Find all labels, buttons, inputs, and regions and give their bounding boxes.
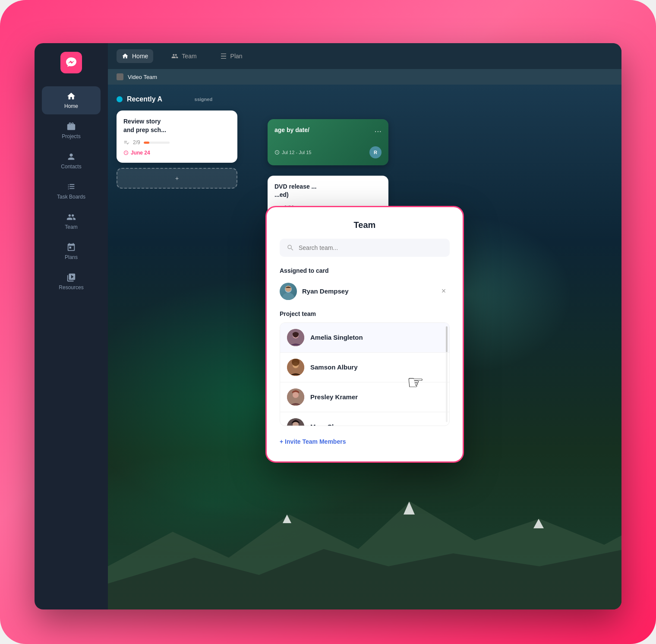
nav-plan-icon	[220, 53, 227, 60]
clock-icon	[123, 150, 129, 155]
contacts-icon	[66, 152, 76, 161]
resources-icon	[66, 273, 76, 282]
board-area: Recently Assigned ssigned Review storyan…	[108, 85, 621, 609]
nav-team-label: Team	[182, 53, 196, 60]
sidebar-item-contacts[interactable]: Contacts	[42, 147, 101, 175]
progress-fill	[144, 142, 149, 144]
project-team-label: Project team	[280, 310, 450, 317]
team-member-samson[interactable]: Samson Albury	[280, 353, 449, 382]
myra-avatar-image	[287, 418, 304, 426]
task-card-title: Review storyand prep sch...	[123, 117, 230, 134]
column-title-recently-assigned: Recently Assigned	[127, 95, 189, 103]
myra-avatar	[287, 418, 304, 426]
sidebar-item-home[interactable]: Home	[42, 86, 101, 114]
task-card-dark[interactable]: age by date/ ··· Jul 12 - Jul 15 R	[268, 119, 388, 165]
card-header: age by date/ ···	[274, 126, 382, 140]
main-content: Home Team Plan Video Team	[108, 43, 621, 609]
svg-point-1	[282, 293, 294, 300]
svg-point-9	[293, 392, 299, 398]
ryan-avatar-image	[280, 283, 297, 300]
top-navigation: Home Team Plan	[108, 43, 621, 69]
sidebar-label-team: Team	[65, 224, 77, 230]
sidebar-item-task-boards[interactable]: Task Boards	[42, 177, 101, 205]
task-boards-icon	[66, 182, 76, 192]
column-spacer	[244, 93, 261, 601]
presley-avatar	[287, 388, 304, 406]
add-task-button-col1[interactable]: +	[117, 168, 237, 189]
breadcrumb-bar: Video Team	[108, 69, 621, 85]
sidebar-label-contacts: Contacts	[61, 164, 81, 170]
dark-card-title: age by date/	[274, 126, 374, 135]
nav-item-home[interactable]: Home	[117, 49, 153, 63]
sidebar-label-home: Home	[64, 103, 78, 109]
amelia-avatar	[287, 329, 304, 346]
column-subtitle: ssigned	[195, 97, 213, 102]
invite-team-members-link[interactable]: + Invite Team Members	[280, 435, 450, 448]
sidebar-label-projects: Projects	[62, 133, 80, 139]
remove-ryan-button[interactable]: ×	[438, 285, 450, 297]
assigned-member-row: Ryan Dempsey ×	[280, 279, 450, 303]
sidebar-label-resources: Resources	[59, 284, 83, 290]
scrollbar-track	[446, 326, 448, 422]
samson-avatar-image	[287, 359, 304, 376]
plans-icon	[66, 243, 76, 252]
dark-card-date: Jul 12 - Jul 15	[274, 150, 311, 155]
chat-icon	[65, 56, 78, 69]
amelia-name: Amelia Singleton	[310, 334, 442, 341]
team-modal: Team Assigned to card	[265, 206, 464, 463]
sidebar-label-task-boards: Task Boards	[57, 194, 85, 200]
dots-menu[interactable]: ···	[374, 126, 382, 136]
app-logo[interactable]	[60, 52, 82, 73]
progress-text: 2/9	[133, 139, 140, 145]
nav-item-team[interactable]: Team	[166, 49, 202, 63]
dark-card-date-text: Jul 12 - Jul 15	[282, 150, 311, 155]
nav-plan-label: Plan	[230, 53, 243, 60]
column-recently-assigned: Recently Assigned ssigned Review storyan…	[117, 93, 237, 601]
add-task-label-col1: +	[175, 175, 179, 182]
progress-bar	[144, 142, 170, 144]
invite-label: + Invite Team Members	[280, 438, 346, 445]
checklist-icon	[123, 139, 129, 145]
svg-point-7	[292, 359, 300, 366]
sidebar-item-team[interactable]: Team	[42, 207, 101, 235]
team-member-amelia[interactable]: Amelia Singleton	[280, 323, 449, 353]
sidebar: Home Projects Contacts	[35, 43, 108, 609]
scrollbar-thumb[interactable]	[446, 326, 448, 352]
task-progress-section: 2/9	[123, 139, 230, 145]
sidebar-item-plans[interactable]: Plans	[42, 237, 101, 265]
column-header-recently-assigned: Recently Assigned ssigned	[117, 93, 237, 105]
dark-card-meta: Jul 12 - Jul 15 R	[274, 146, 382, 158]
ryan-avatar	[280, 283, 297, 300]
sidebar-item-projects[interactable]: Projects	[42, 117, 101, 145]
team-member-myra[interactable]: Myra Chan	[280, 412, 449, 426]
dvd-card-title: DVD release ......ed)	[274, 183, 382, 199]
column-dot-recently-assigned	[117, 96, 123, 102]
clock-small-icon	[274, 150, 280, 155]
task-date: June 24	[123, 150, 230, 156]
home-icon	[66, 92, 76, 101]
search-input[interactable]	[299, 244, 443, 251]
myra-name: Myra Chan	[310, 423, 442, 426]
presley-avatar-image	[287, 388, 304, 406]
samson-name: Samson Albury	[310, 363, 442, 371]
nav-home-icon	[122, 53, 129, 60]
nav-team-icon	[171, 53, 178, 60]
assigned-section-label: Assigned to card	[280, 267, 450, 274]
breadcrumb-label: Video Team	[128, 74, 157, 80]
team-member-presley[interactable]: Presley Kramer	[280, 382, 449, 412]
sidebar-label-plans: Plans	[65, 254, 78, 260]
presley-name: Presley Kramer	[310, 393, 442, 401]
modal-title: Team	[280, 220, 450, 230]
breadcrumb-icon	[117, 73, 123, 80]
search-box[interactable]	[280, 239, 450, 257]
sidebar-navigation: Home Projects Contacts	[35, 86, 108, 296]
sidebar-item-resources[interactable]: Resources	[42, 268, 101, 296]
search-icon	[287, 244, 294, 252]
dark-card-avatar: R	[369, 146, 382, 158]
projects-icon	[66, 122, 76, 131]
nav-item-plan[interactable]: Plan	[215, 49, 248, 63]
amelia-avatar-image	[287, 329, 304, 346]
task-card-review-story[interactable]: Review storyand prep sch... 2/9	[117, 110, 237, 163]
nav-home-label: Home	[132, 53, 148, 60]
samson-avatar	[287, 359, 304, 376]
